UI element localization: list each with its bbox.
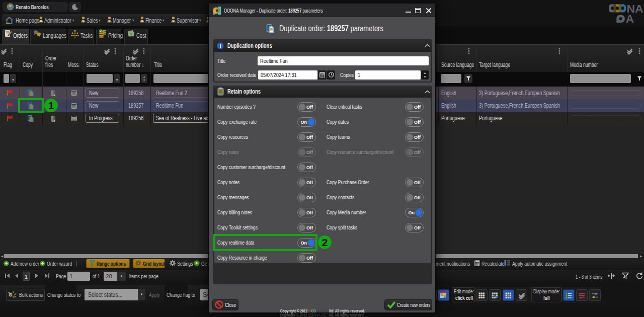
- svg-text:i: i: [220, 43, 221, 49]
- svg-text:A: A: [626, 13, 634, 24]
